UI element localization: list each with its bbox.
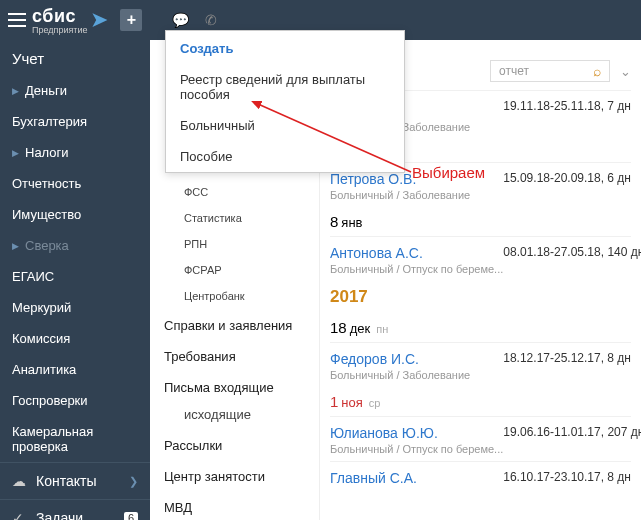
logo[interactable]: сбис Предприятие ➤ bbox=[32, 6, 108, 35]
sidebar-item-label: Бухгалтерия bbox=[12, 114, 87, 129]
date-separator: 8янв bbox=[330, 207, 631, 236]
sidebar-item[interactable]: Госпроверки bbox=[0, 385, 150, 416]
sidebar-item-label: Отчетность bbox=[12, 176, 81, 191]
entry-period: 19.06.16-11.01.17, 207 дн bbox=[503, 425, 641, 439]
sidebar-bottom-item[interactable]: ✓Задачи6 bbox=[0, 499, 150, 520]
dropdown-item[interactable]: Больничный bbox=[166, 110, 404, 141]
sidebar-item-label: Комиссия bbox=[12, 331, 70, 346]
sidebar-bottom-label: Контакты bbox=[36, 473, 96, 489]
search-input[interactable]: отчет ⌕ bbox=[490, 60, 610, 82]
entry-sub: Больничный / Заболевание bbox=[330, 189, 470, 201]
entry-name: Антонова А.С. bbox=[330, 245, 503, 261]
date-separator: 1нояср bbox=[330, 387, 631, 416]
sidebar-item-label: Меркурий bbox=[12, 300, 71, 315]
middle-item-label: Центробанк bbox=[184, 290, 245, 302]
sidebar-item[interactable]: Имущество bbox=[0, 199, 150, 230]
middle-item[interactable]: Требования bbox=[150, 339, 319, 370]
middle-item-label: МВД bbox=[164, 500, 192, 515]
year-separator: 2017 bbox=[330, 281, 631, 313]
sidebar-bottom-icon: ✓ bbox=[12, 510, 28, 520]
logo-arrow-icon: ➤ bbox=[90, 9, 108, 31]
chat-icon[interactable]: 💬 bbox=[172, 12, 189, 28]
middle-item-label: Требования bbox=[164, 349, 236, 364]
middle-item[interactable]: ФСРАР bbox=[150, 258, 319, 282]
sidebar-item-label: Госпроверки bbox=[12, 393, 88, 408]
sidebar-item-label: Аналитика bbox=[12, 362, 76, 377]
search-icon[interactable]: ⌕ bbox=[593, 63, 601, 79]
sidebar-bottom-icon: ☁ bbox=[12, 473, 28, 489]
entry-sub: Больничный / Заболевание bbox=[330, 369, 470, 381]
sidebar: Учет ▶ДеньгиБухгалтерия▶НалогиОтчетность… bbox=[0, 40, 150, 520]
list-row[interactable]: Главный С.А.16.10.17-23.10.17, 8 дн bbox=[330, 461, 631, 492]
sidebar-badge: 6 bbox=[124, 512, 138, 520]
middle-item-label: Письма входящие bbox=[164, 380, 274, 395]
sidebar-item[interactable]: ▶Налоги bbox=[0, 137, 150, 168]
middle-item[interactable]: Справки и заявления bbox=[150, 308, 319, 339]
middle-item-label: Рассылки bbox=[164, 438, 222, 453]
sidebar-item[interactable]: Отчетность bbox=[0, 168, 150, 199]
logo-text: сбис bbox=[32, 6, 76, 26]
hamburger-icon[interactable] bbox=[8, 13, 26, 27]
sidebar-bottom-item[interactable]: ☁Контакты❯ bbox=[0, 462, 150, 499]
entry-sub: Больничный / Отпуск по береме... bbox=[330, 443, 503, 455]
search-placeholder: отчет bbox=[499, 64, 529, 78]
sidebar-item-label: Деньги bbox=[25, 83, 67, 98]
list-row[interactable]: Юлианова Ю.Ю.Больничный / Отпуск по бере… bbox=[330, 416, 631, 461]
entry-sub: Больничный / Отпуск по береме... bbox=[330, 263, 503, 275]
middle-item-label: Центр занятости bbox=[164, 469, 265, 484]
middle-item[interactable]: МВД bbox=[150, 490, 319, 520]
phone-icon[interactable]: ✆ bbox=[205, 12, 217, 28]
list-row[interactable]: Антонова А.С.Больничный / Отпуск по бере… bbox=[330, 236, 631, 281]
sidebar-item[interactable]: Аналитика bbox=[0, 354, 150, 385]
middle-item[interactable]: Письма входящие bbox=[150, 370, 319, 401]
middle-item[interactable]: Рассылки bbox=[150, 428, 319, 459]
sidebar-item[interactable]: ЕГАИС bbox=[0, 261, 150, 292]
middle-item[interactable]: ФСС bbox=[150, 180, 319, 204]
middle-item-label: исходящие bbox=[184, 407, 251, 422]
create-dropdown: Создать Реестр сведений для выплаты посо… bbox=[165, 30, 405, 173]
sidebar-item-label: Имущество bbox=[12, 207, 81, 222]
dropdown-title: Создать bbox=[166, 31, 404, 64]
entry-period: 15.09.18-20.09.18, 6 дн bbox=[503, 171, 631, 185]
sidebar-item[interactable]: Комиссия bbox=[0, 323, 150, 354]
entry-period: 18.12.17-25.12.17, 8 дн bbox=[503, 351, 631, 365]
add-button[interactable]: + bbox=[120, 9, 142, 31]
sidebar-item[interactable]: Камеральная проверка bbox=[0, 416, 150, 462]
entry-name: Петрова О.В. bbox=[330, 171, 470, 187]
middle-item[interactable]: Статистика bbox=[150, 206, 319, 230]
sidebar-item-label: ЕГАИС bbox=[12, 269, 54, 284]
middle-item[interactable]: Центробанк bbox=[150, 284, 319, 308]
list-row[interactable]: Федоров И.С.Больничный / Заболевание18.1… bbox=[330, 342, 631, 387]
dropdown-toggle-icon[interactable]: ⌄ bbox=[620, 64, 631, 79]
sidebar-item[interactable]: ▶Сверка bbox=[0, 230, 150, 261]
sidebar-item-label: Налоги bbox=[25, 145, 69, 160]
entry-period: 16.10.17-23.10.17, 8 дн bbox=[503, 470, 631, 484]
middle-item-label: Справки и заявления bbox=[164, 318, 292, 333]
sidebar-item[interactable]: Бухгалтерия bbox=[0, 106, 150, 137]
sidebar-item-label: Камеральная проверка bbox=[12, 424, 138, 454]
logo-subtitle: Предприятие bbox=[32, 25, 87, 35]
sidebar-item[interactable]: ▶Деньги bbox=[0, 75, 150, 106]
sidebar-item-label: Сверка bbox=[25, 238, 69, 253]
dropdown-item[interactable]: Пособие bbox=[166, 141, 404, 172]
sidebar-item[interactable]: Меркурий bbox=[0, 292, 150, 323]
sidebar-section-title: Учет bbox=[0, 40, 150, 75]
middle-item[interactable]: исходящие bbox=[150, 401, 319, 428]
entry-period: 08.01.18-27.05.18, 140 дн bbox=[503, 245, 641, 259]
dropdown-item[interactable]: Реестр сведений для выплаты пособия bbox=[166, 64, 404, 110]
middle-item-label: ФСС bbox=[184, 186, 208, 198]
middle-item[interactable]: Центр занятости bbox=[150, 459, 319, 490]
date-separator: 18декпн bbox=[330, 313, 631, 342]
entry-name: Юлианова Ю.Ю. bbox=[330, 425, 503, 441]
period-text: 19.11.18-25.11.18, 7 дн bbox=[503, 99, 631, 113]
middle-item-label: Статистика bbox=[184, 212, 242, 224]
middle-item-label: ФСРАР bbox=[184, 264, 222, 276]
middle-item-label: РПН bbox=[184, 238, 207, 250]
entry-name: Федоров И.С. bbox=[330, 351, 470, 367]
middle-item[interactable]: РПН bbox=[150, 232, 319, 256]
entry-name: Главный С.А. bbox=[330, 470, 417, 486]
sidebar-bottom-label: Задачи bbox=[36, 510, 83, 520]
